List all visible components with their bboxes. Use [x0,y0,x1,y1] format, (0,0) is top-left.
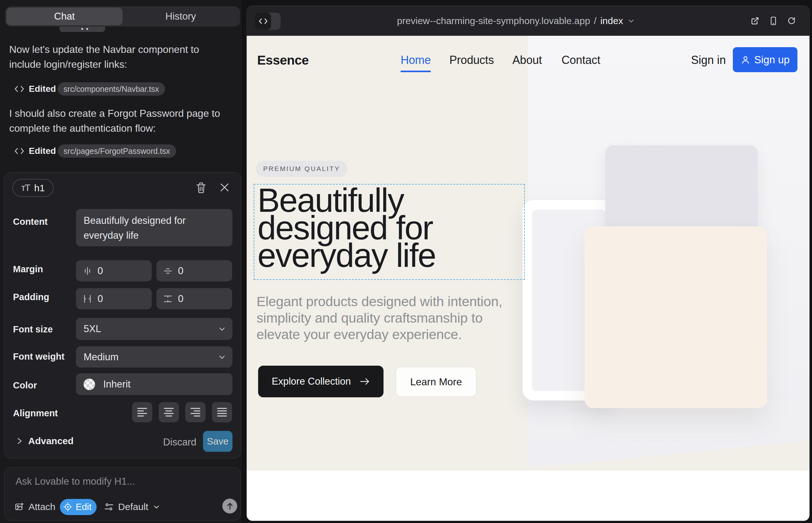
alignment-label: Alignment [13,408,58,418]
refresh-icon[interactable] [788,17,796,25]
site-hero-section: Essence Home Products About Contact Sign… [247,36,810,470]
align-justify-icon [217,407,227,417]
discard-button[interactable]: Discard [163,437,196,448]
padding-x-input[interactable]: 0 [76,288,152,309]
learn-more-button[interactable]: Learn More [395,366,477,397]
chevron-down-icon [218,325,226,333]
explore-collection-button[interactable]: Explore Collection [258,366,384,397]
element-tag-label: h1 [34,183,45,194]
composer-toolbar: Attach Edit Default [15,499,237,515]
assistant-message: Now let's update the Navbar component to… [9,42,228,72]
align-left-icon [137,407,147,417]
color-label: Color [13,380,37,391]
tab-history[interactable]: History [123,7,239,25]
align-right-button[interactable] [185,402,206,422]
align-center-icon [163,407,174,417]
code-icon [15,147,24,155]
edited-file-row: Edited src/components/Navbar.tsx [15,82,165,96]
edit-mode-pill[interactable]: Edit [60,499,96,515]
attach-image-icon [15,502,24,511]
align-center-button[interactable] [159,402,179,422]
app-window: Chat History Now let's update the Navbar… [0,0,812,523]
url-domain: preview--charming-site-symphony.lovable.… [397,16,590,26]
padding-y-icon [163,294,172,303]
signin-link[interactable]: Sign in [691,54,726,67]
attach-button[interactable]: Attach [15,502,55,512]
composer-input[interactable]: Ask Lovable to modify H1... [16,476,135,487]
edited-file-chip[interactable]: src/pages/ForgotPassword.tsx [58,144,176,158]
margin-x-icon [83,267,92,275]
hero-heading[interactable]: Beautifully designed for everyday life [258,186,454,269]
assistant-message: I should also create a Forgot Password p… [9,106,228,136]
nav-contact[interactable]: Contact [562,54,600,67]
chevron-down-icon [628,17,635,25]
chat-composer: Ask Lovable to modify H1... Attach Edit … [4,467,241,521]
margin-x-value: 0 [98,265,103,277]
content-textarea[interactable]: Beautifully designed for everyday life [76,209,232,246]
margin-label: Margin [13,264,43,274]
mode-selector[interactable]: Default [104,502,160,512]
attach-label: Attach [29,502,55,512]
nav-about[interactable]: About [512,54,542,67]
content-label: Content [13,217,48,227]
margin-y-value: 0 [178,265,183,277]
open-external-icon[interactable] [751,17,759,25]
code-view-toggle[interactable] [255,13,281,30]
decor-card-beige [585,227,767,408]
hero-badge: PREMIUM QUALITY [256,161,348,177]
tab-chat[interactable]: Chat [6,7,123,25]
font-weight-select[interactable]: Medium [76,346,232,367]
font-weight-value: Medium [84,351,119,363]
font-size-select[interactable]: 5XL [76,318,232,340]
edited-file-row: Edited src/pages/ForgotPassword.tsx [15,144,176,158]
edited-label: Edited [29,84,56,94]
close-panel-button[interactable] [220,183,229,192]
user-icon [741,55,750,65]
site-logo[interactable]: Essence [257,53,309,68]
selection-outline: Beautifully designed for everyday life [254,184,525,280]
url-separator: / [594,16,596,26]
padding-y-input[interactable]: 0 [156,288,232,309]
font-size-value: 5XL [84,323,101,335]
delete-element-button[interactable] [196,182,207,194]
nav-home[interactable]: Home [401,54,431,72]
edit-label: Edit [76,502,91,512]
chevron-down-icon [218,353,226,361]
align-justify-button[interactable] [212,402,232,422]
padding-x-value: 0 [98,293,103,305]
toggle-thumb [255,13,271,30]
nav-products[interactable]: Products [449,54,494,67]
save-button[interactable]: Save [203,431,232,452]
preview-topbar: preview--charming-site-symphony.lovable.… [247,6,810,36]
code-icon [15,85,24,93]
url-page: index [600,16,623,26]
code-icon [259,18,268,25]
edited-label: Edited [29,146,56,156]
mode-label: Default [118,502,148,512]
color-swatch [84,379,95,390]
mobile-view-icon[interactable] [770,16,777,25]
preview-pane: preview--charming-site-symphony.lovable.… [247,6,810,521]
font-weight-label: Font weight [13,351,65,362]
arrow-right-icon [360,377,370,385]
margin-y-icon [163,267,172,275]
send-button[interactable] [222,499,237,513]
type-icon: тT [21,183,30,193]
color-select[interactable]: Inherit [76,373,232,395]
preview-url[interactable]: preview--charming-site-symphony.lovable.… [397,6,635,36]
signup-button[interactable]: Sign up [733,47,797,72]
padding-y-value: 0 [178,293,183,305]
align-left-button[interactable] [132,402,152,422]
signup-label: Sign up [754,54,790,66]
advanced-label: Advanced [28,436,73,446]
topbar-actions [751,6,796,36]
margin-x-input[interactable]: 0 [76,260,152,282]
chevron-down-icon [153,503,160,511]
advanced-toggle[interactable]: Advanced [16,436,73,446]
edited-file-chip[interactable]: src/components/Navbar.tsx [58,82,165,96]
sliders-icon [104,502,114,511]
color-value: Inherit [103,379,130,390]
padding-x-icon [83,294,92,303]
crosshair-icon [63,502,72,511]
margin-y-input[interactable]: 0 [156,260,232,282]
